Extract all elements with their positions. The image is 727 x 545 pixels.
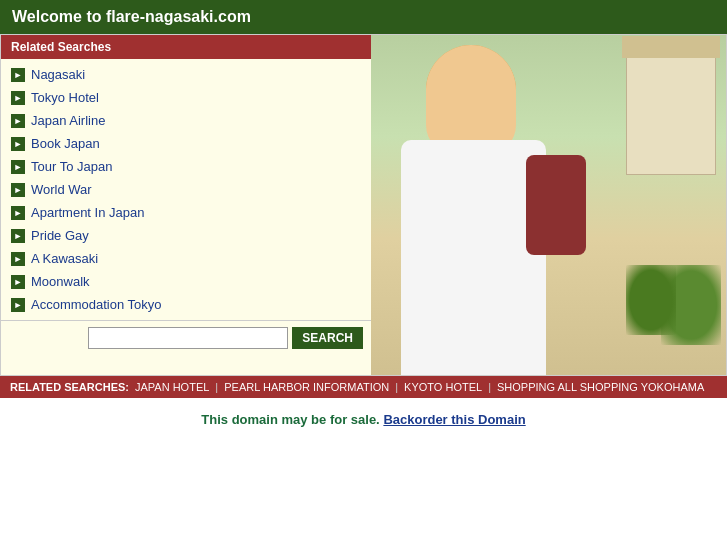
separator: | [215, 381, 218, 393]
person-figure [376, 45, 586, 375]
list-item: ► Tokyo Hotel [1, 86, 371, 109]
list-item: ► Tour To Japan [1, 155, 371, 178]
arrow-icon: ► [11, 275, 25, 289]
list-item: ► Nagasaki [1, 63, 371, 86]
left-panel: Related Searches ► Nagasaki ► Tokyo Hote… [1, 35, 371, 375]
bottom-link-1[interactable]: JAPAN HOTEL [135, 381, 209, 393]
domain-notice: This domain may be for sale. Backorder t… [0, 398, 727, 441]
arrow-icon: ► [11, 160, 25, 174]
arrow-icon: ► [11, 229, 25, 243]
bottom-link-3[interactable]: KYOTO HOTEL [404, 381, 482, 393]
backorder-link[interactable]: Backorder this Domain [383, 412, 525, 427]
arrow-icon: ► [11, 298, 25, 312]
list-item: ► Moonwalk [1, 270, 371, 293]
search-link[interactable]: Accommodation Tokyo [31, 297, 162, 312]
arrow-icon: ► [11, 183, 25, 197]
arrow-icon: ► [11, 137, 25, 151]
search-link[interactable]: Pride Gay [31, 228, 89, 243]
arrow-icon: ► [11, 206, 25, 220]
bottom-bar-label: RELATED SEARCHES: [10, 381, 129, 393]
arrow-icon: ► [11, 91, 25, 105]
photo-panel [371, 35, 726, 375]
list-item: ► Accommodation Tokyo [1, 293, 371, 316]
bottom-link-2[interactable]: PEARL HARBOR INFORMATION [224, 381, 389, 393]
domain-notice-text: This domain may be for sale. [201, 412, 379, 427]
related-searches-header: Related Searches [1, 35, 371, 59]
page-header: Welcome to flare-nagasaki.com [0, 0, 727, 34]
separator: | [488, 381, 491, 393]
search-link[interactable]: World War [31, 182, 92, 197]
bottom-related-bar: RELATED SEARCHES: JAPAN HOTEL | PEARL HA… [0, 376, 727, 398]
separator: | [395, 381, 398, 393]
bottom-link-4[interactable]: SHOPPING ALL SHOPPING YOKOHAMA [497, 381, 704, 393]
list-item: ► World War [1, 178, 371, 201]
list-item: ► Pride Gay [1, 224, 371, 247]
person-backpack [526, 155, 586, 255]
tree-shape-2 [626, 265, 676, 335]
building-shape [626, 55, 716, 175]
arrow-icon: ► [11, 68, 25, 82]
search-link[interactable]: Book Japan [31, 136, 100, 151]
list-item: ► Apartment In Japan [1, 201, 371, 224]
search-links-list: ► Nagasaki ► Tokyo Hotel ► Japan Airline… [1, 59, 371, 320]
list-item: ► Book Japan [1, 132, 371, 155]
search-link[interactable]: Nagasaki [31, 67, 85, 82]
search-link[interactable]: A Kawasaki [31, 251, 98, 266]
search-link[interactable]: Apartment In Japan [31, 205, 144, 220]
list-item: ► A Kawasaki [1, 247, 371, 270]
search-link[interactable]: Tokyo Hotel [31, 90, 99, 105]
person-head [426, 45, 516, 155]
search-bar-row: SEARCH [1, 320, 371, 355]
search-button[interactable]: SEARCH [292, 327, 363, 349]
search-link[interactable]: Moonwalk [31, 274, 90, 289]
arrow-icon: ► [11, 114, 25, 128]
tour-to-japan-link[interactable]: Tour To Japan [31, 159, 112, 174]
arrow-icon: ► [11, 252, 25, 266]
person-body [401, 140, 546, 375]
main-container: Related Searches ► Nagasaki ► Tokyo Hote… [0, 34, 727, 376]
list-item: ► Japan Airline [1, 109, 371, 132]
search-input[interactable] [88, 327, 288, 349]
photo-image [371, 35, 726, 375]
search-link[interactable]: Japan Airline [31, 113, 105, 128]
